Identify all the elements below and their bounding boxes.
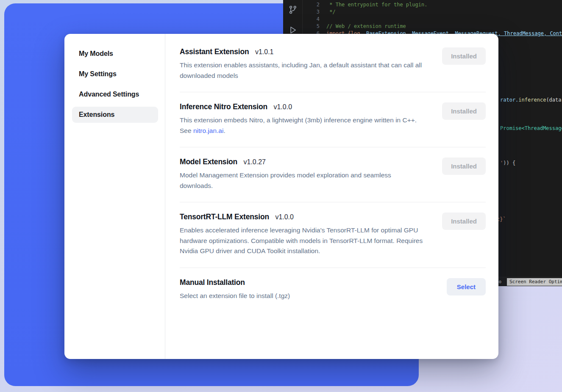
screen-reader-notice[interactable]: Screen Reader Optimized bbox=[507, 278, 562, 286]
extension-title-line: Assistant Extension v1.0.1 bbox=[180, 47, 425, 56]
code-text: (data)); bbox=[546, 97, 562, 103]
extensions-panel: Assistant Extension v1.0.1 This extensio… bbox=[165, 34, 498, 359]
code-text: rator. bbox=[500, 97, 518, 103]
installed-button[interactable]: Installed bbox=[442, 157, 486, 175]
settings-sidebar: My Models My Settings Advanced Settings … bbox=[64, 34, 165, 359]
sidebar-item-extensions[interactable]: Extensions bbox=[72, 107, 158, 123]
extension-row-nitro: Inference Nitro Extension v1.0.0 This ex… bbox=[180, 92, 486, 147]
extension-info: Manual Installation Select an extension … bbox=[180, 278, 290, 301]
extension-title-line: Inference Nitro Extension v1.0.0 bbox=[180, 102, 425, 111]
code-text: inference bbox=[518, 97, 546, 103]
extension-title: Assistant Extension bbox=[180, 47, 249, 56]
extension-description-suffix: . bbox=[223, 127, 225, 134]
code-line: 2 * The entrypoint for the plugin. bbox=[307, 1, 562, 8]
run-debug-icon[interactable] bbox=[288, 25, 298, 35]
extension-description: Select an extension file to install (.tg… bbox=[180, 291, 290, 301]
extension-row-model: Model Extension v1.0.27 Model Management… bbox=[180, 147, 486, 202]
extension-description: Model Management Extension provides mode… bbox=[180, 170, 425, 191]
extension-description: This extension embeds Nitro, a lightweig… bbox=[180, 115, 425, 136]
extension-info: Inference Nitro Extension v1.0.0 This ex… bbox=[180, 102, 425, 136]
code-line: 3 */ bbox=[307, 8, 562, 16]
extension-title: Inference Nitro Extension bbox=[180, 102, 267, 111]
extension-row-tensorrt: TensortRT-LLM Extension v1.0.0 Enables a… bbox=[180, 202, 486, 268]
installed-button[interactable]: Installed bbox=[442, 213, 486, 230]
extension-info: Assistant Extension v1.0.1 This extensio… bbox=[180, 47, 425, 81]
settings-modal: My Models My Settings Advanced Settings … bbox=[64, 34, 498, 359]
extension-description: This extension enables assistants, inclu… bbox=[180, 60, 425, 81]
installed-button[interactable]: Installed bbox=[442, 102, 486, 120]
nitro-jan-ai-link[interactable]: nitro.jan.ai bbox=[193, 127, 224, 134]
extension-version: v1.0.0 bbox=[273, 103, 292, 110]
extension-info: Model Extension v1.0.27 Model Management… bbox=[180, 157, 425, 191]
sidebar-item-advanced-settings[interactable]: Advanced Settings bbox=[72, 86, 158, 102]
sidebar-item-my-settings[interactable]: My Settings bbox=[72, 66, 158, 82]
extension-title: Manual Installation bbox=[180, 278, 245, 287]
code-fragment: rator.inference(data)); bbox=[500, 97, 562, 103]
extension-title: TensortRT-LLM Extension bbox=[180, 213, 269, 221]
source-control-icon[interactable] bbox=[288, 5, 298, 14]
extension-version: v1.0.1 bbox=[255, 48, 274, 55]
extension-version: v1.0.0 bbox=[275, 213, 294, 221]
extension-title: Model Extension bbox=[180, 157, 237, 166]
line-number: 4 bbox=[307, 16, 320, 23]
code-fragment: Promise<ThreadMessage> bbox=[500, 125, 562, 131]
extension-row-assistant: Assistant Extension v1.0.1 This extensio… bbox=[180, 41, 486, 92]
installed-button[interactable]: Installed bbox=[442, 47, 486, 65]
line-number: 5 bbox=[307, 23, 320, 30]
code-text: * The entrypoint for the plugin. bbox=[326, 1, 427, 8]
code-text: */ bbox=[326, 8, 336, 16]
code-fragment: ')) { bbox=[500, 160, 515, 166]
sidebar-item-my-models[interactable]: My Models bbox=[72, 46, 158, 62]
select-file-button[interactable]: Select bbox=[447, 278, 486, 295]
line-number: 2 bbox=[307, 1, 320, 8]
extension-info: TensortRT-LLM Extension v1.0.0 Enables a… bbox=[180, 213, 425, 257]
extension-version: v1.0.27 bbox=[244, 158, 266, 166]
manual-installation-row: Manual Installation Select an extension … bbox=[180, 268, 486, 312]
code-text: )) { bbox=[503, 160, 515, 166]
extension-title-line: Manual Installation bbox=[180, 278, 290, 287]
code-area: 2 * The entrypoint for the plugin. 3 */ … bbox=[307, 1, 562, 37]
code-line: 4 bbox=[307, 16, 562, 23]
code-text: // Web / extension runtime bbox=[326, 23, 406, 30]
line-number: 3 bbox=[307, 8, 320, 16]
code-line: 5 // Web / extension runtime bbox=[307, 23, 562, 30]
extension-description: Enables accelerated inference leveraging… bbox=[180, 225, 425, 257]
extension-title-line: Model Extension v1.0.27 bbox=[180, 157, 425, 166]
extension-title-line: TensortRT-LLM Extension v1.0.0 bbox=[180, 213, 425, 221]
